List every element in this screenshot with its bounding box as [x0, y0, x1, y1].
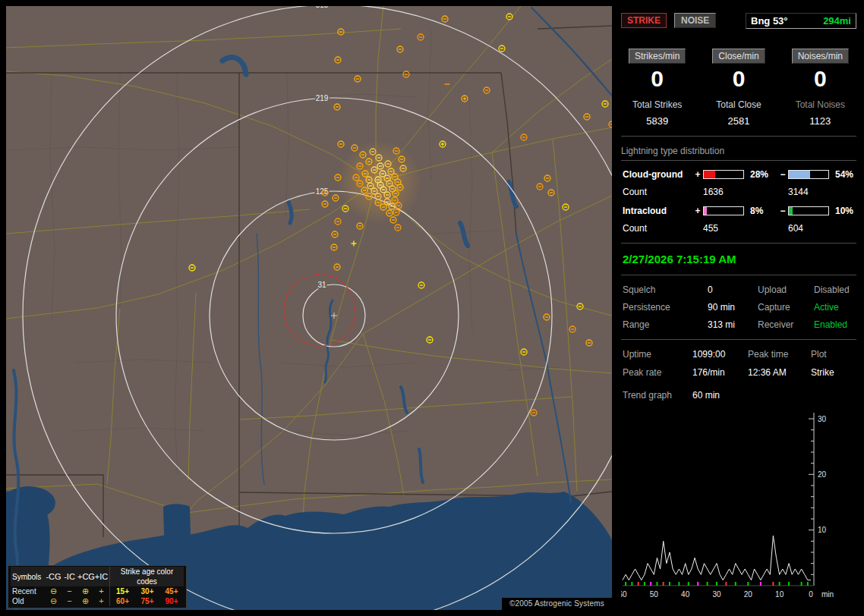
minus-sign: −: [777, 169, 788, 180]
svg-text:min: min: [821, 590, 834, 599]
svg-text:10: 10: [775, 590, 784, 599]
legend-symbols-header: Symbols: [11, 572, 46, 582]
cg-positive-pct: 28%: [747, 169, 777, 180]
peak-rate-value: 176/min: [692, 367, 748, 378]
age-45-label: 45+: [159, 586, 184, 596]
capture-value: Active: [814, 302, 861, 313]
range-ring-label: 219: [316, 94, 329, 102]
range-label: Range: [623, 319, 708, 330]
plot-value: Strike: [811, 367, 861, 378]
cloud-ground-row: Cloud-ground + 28% − 54%: [623, 169, 861, 180]
copyright-text: ©2005 Astrogenic Systems: [502, 598, 612, 610]
legend-type-pos-ic: +IC: [93, 572, 109, 582]
age-75-label: 75+: [135, 596, 159, 606]
age-60-label: 60+: [109, 596, 135, 606]
control-sidebar: STRIKE NOISE Bng 53° 294mi Strikes/min 0…: [616, 6, 861, 610]
neg-ic-old-icon: −: [61, 596, 77, 606]
pos-cg-old-icon: ⊕: [77, 596, 93, 606]
cg-negative-pct: 54%: [832, 169, 862, 180]
peak-rate-label: Peak rate: [623, 367, 692, 378]
cg-positive-count: 1636: [703, 187, 788, 197]
range-ring-label: 31: [317, 281, 326, 289]
total-noises-label: Total Noises: [780, 99, 861, 110]
bearing-range-panel: Bng 53° 294mi: [746, 13, 856, 29]
ic-negative-bar: [788, 206, 829, 215]
close-per-min-value: 0: [698, 66, 779, 92]
minus-sign: −: [777, 206, 788, 216]
svg-text:30: 30: [818, 415, 827, 423]
trend-graph-header: Trend graph 60 min: [623, 390, 861, 401]
total-strikes-label: Total Strikes: [616, 99, 698, 110]
plus-sign: +: [692, 206, 703, 216]
peak-time-value: 12:36 AM: [748, 367, 811, 378]
intracloud-row: Intracloud + 8% − 10%: [623, 206, 861, 216]
ic-positive-count: 455: [703, 223, 788, 234]
cg-negative-bar: [788, 170, 829, 179]
svg-text:20: 20: [818, 470, 827, 479]
close-column: Close/min 0 Total Close 2581: [698, 49, 779, 127]
close-per-min-button[interactable]: Close/min: [712, 49, 765, 64]
noises-per-min-button[interactable]: Noises/min: [792, 49, 849, 64]
squelch-value: 0: [708, 284, 758, 295]
age-30-label: 30+: [135, 586, 159, 596]
mode-toolbar: STRIKE NOISE Bng 53° 294mi: [621, 12, 856, 29]
pos-cg-recent-icon: ⊕: [77, 586, 93, 596]
intracloud-count-row: Count 455 604: [623, 223, 861, 234]
cloud-ground-label: Cloud-ground: [623, 169, 692, 180]
squelch-label: Squelch: [623, 284, 708, 295]
ic-negative-pct: 10%: [832, 206, 862, 216]
cg-positive-bar: [703, 170, 744, 179]
strikes-per-min-button[interactable]: Strikes/min: [629, 49, 686, 64]
divider: [621, 275, 856, 275]
cg-negative-count: 3144: [788, 187, 861, 197]
svg-text:10: 10: [818, 526, 827, 534]
upload-value: Disabled: [814, 284, 861, 295]
uptime-label: Uptime: [623, 349, 692, 360]
svg-text:50: 50: [650, 590, 659, 599]
legend-age-header: Strike age color codes: [109, 567, 184, 586]
strikes-column: Strikes/min 0 Total Strikes 5839: [616, 49, 698, 127]
map-panel[interactable]: 31125219313 Symbols -CG -IC +CG +IC Stri…: [6, 6, 612, 610]
peak-time-label: Peak time: [748, 349, 811, 360]
uptime-value: 1099:00: [692, 349, 748, 360]
strike-mode-button[interactable]: STRIKE: [621, 13, 667, 28]
plot-label: Plot: [811, 349, 861, 360]
divider: [621, 243, 856, 244]
noise-mode-button[interactable]: NOISE: [674, 13, 716, 28]
svg-text:30: 30: [712, 590, 721, 599]
trend-graph: 1020306050403020100min: [621, 410, 858, 604]
legend-recent-label: Recent: [11, 586, 46, 596]
distribution-title: Lightning type distribution: [621, 146, 856, 161]
persistence-label: Persistence: [623, 302, 708, 313]
divider: [621, 339, 856, 340]
receiver-value: Enabled: [814, 319, 861, 330]
range-ring-label: 313: [316, 6, 329, 9]
neg-cg-recent-icon: ⊖: [46, 586, 61, 596]
ic-positive-pct: 8%: [747, 206, 777, 216]
svg-text:0: 0: [809, 590, 813, 599]
trend-graph-window: 60 min: [692, 390, 861, 401]
upload-label: Upload: [758, 284, 814, 295]
noises-per-min-value: 0: [780, 66, 861, 92]
map-canvas[interactable]: 31125219313: [6, 6, 612, 610]
svg-text:20: 20: [744, 590, 753, 599]
legend-old-label: Old: [11, 596, 46, 606]
count-label: Count: [623, 223, 703, 234]
cloud-ground-count-row: Count 1636 3144: [623, 187, 861, 197]
neg-ic-recent-icon: −: [61, 586, 77, 596]
trend-graph-label: Trend graph: [623, 390, 692, 401]
pos-ic-old-icon: +: [93, 596, 109, 606]
bearing-value: Bng 53°: [751, 15, 788, 27]
legend-type-neg-cg: -CG: [46, 572, 61, 582]
stats-grid: Uptime 1099:00 Peak time Plot Peak rate …: [623, 349, 861, 378]
bearing-distance-value: 294mi: [823, 15, 851, 27]
count-label: Count: [623, 187, 703, 197]
rate-counters: Strikes/min 0 Total Strikes 5839 Close/m…: [616, 49, 861, 127]
strike-legend: Symbols -CG -IC +CG +IC Strike age color…: [8, 565, 187, 608]
strikes-per-min-value: 0: [616, 66, 698, 92]
total-close-value: 2581: [698, 115, 779, 127]
divider: [621, 136, 856, 137]
app-window: 31125219313 Symbols -CG -IC +CG +IC Stri…: [0, 0, 864, 616]
age-90-label: 90+: [159, 596, 184, 606]
noises-column: Noises/min 0 Total Noises 1123: [780, 49, 861, 127]
